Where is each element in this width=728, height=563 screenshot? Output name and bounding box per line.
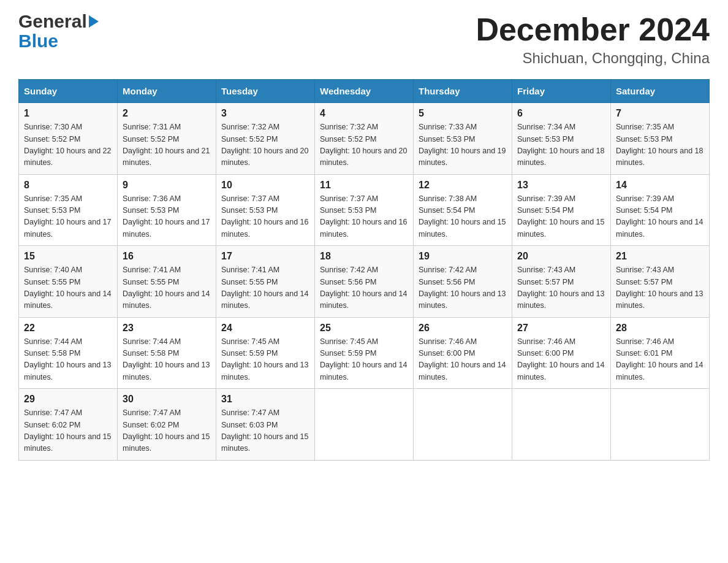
calendar-cell: 18Sunrise: 7:42 AMSunset: 5:56 PMDayligh… [315, 246, 414, 318]
day-info: Sunrise: 7:43 AMSunset: 5:57 PMDaylight:… [616, 264, 704, 312]
calendar-header-row: SundayMondayTuesdayWednesdayThursdayFrid… [19, 80, 710, 103]
logo: General Blue [18, 12, 99, 52]
day-number: 9 [123, 180, 211, 191]
calendar-cell: 23Sunrise: 7:44 AMSunset: 5:58 PMDayligh… [118, 317, 216, 389]
calendar-week-row: 8Sunrise: 7:35 AMSunset: 5:53 PMDaylight… [19, 174, 710, 246]
day-info: Sunrise: 7:41 AMSunset: 5:55 PMDaylight:… [123, 264, 211, 312]
calendar-cell: 17Sunrise: 7:41 AMSunset: 5:55 PMDayligh… [216, 246, 315, 318]
calendar-cell: 20Sunrise: 7:43 AMSunset: 5:57 PMDayligh… [512, 246, 611, 318]
day-info: Sunrise: 7:40 AMSunset: 5:55 PMDaylight:… [24, 264, 112, 312]
day-info: Sunrise: 7:46 AMSunset: 6:00 PMDaylight:… [419, 336, 507, 384]
day-number: 3 [221, 108, 309, 119]
calendar-table: SundayMondayTuesdayWednesdayThursdayFrid… [18, 79, 710, 461]
calendar-cell [315, 389, 414, 461]
day-number: 27 [517, 323, 605, 334]
day-info: Sunrise: 7:45 AMSunset: 5:59 PMDaylight:… [320, 336, 408, 384]
day-info: Sunrise: 7:46 AMSunset: 6:00 PMDaylight:… [517, 336, 605, 384]
day-number: 18 [320, 251, 408, 262]
calendar-cell: 19Sunrise: 7:42 AMSunset: 5:56 PMDayligh… [414, 246, 512, 318]
day-number: 26 [419, 323, 507, 334]
day-number: 7 [616, 108, 704, 119]
day-number: 28 [616, 323, 704, 334]
calendar-cell: 2Sunrise: 7:31 AMSunset: 5:52 PMDaylight… [118, 103, 216, 175]
day-info: Sunrise: 7:32 AMSunset: 5:52 PMDaylight:… [320, 121, 408, 169]
day-info: Sunrise: 7:44 AMSunset: 5:58 PMDaylight:… [123, 336, 211, 384]
calendar-cell: 3Sunrise: 7:32 AMSunset: 5:52 PMDaylight… [216, 103, 315, 175]
day-number: 13 [517, 180, 605, 191]
day-info: Sunrise: 7:47 AMSunset: 6:03 PMDaylight:… [221, 407, 309, 455]
day-info: Sunrise: 7:43 AMSunset: 5:57 PMDaylight:… [517, 264, 605, 312]
day-info: Sunrise: 7:32 AMSunset: 5:52 PMDaylight:… [221, 121, 309, 169]
calendar-cell: 24Sunrise: 7:45 AMSunset: 5:59 PMDayligh… [216, 317, 315, 389]
subtitle: Shichuan, Chongqing, China [476, 50, 710, 67]
calendar-week-row: 1Sunrise: 7:30 AMSunset: 5:52 PMDaylight… [19, 103, 710, 175]
day-number: 2 [123, 108, 211, 119]
calendar-cell: 31Sunrise: 7:47 AMSunset: 6:03 PMDayligh… [216, 389, 315, 461]
day-info: Sunrise: 7:35 AMSunset: 5:53 PMDaylight:… [24, 193, 112, 241]
day-info: Sunrise: 7:30 AMSunset: 5:52 PMDaylight:… [24, 121, 112, 169]
calendar-cell: 7Sunrise: 7:35 AMSunset: 5:53 PMDaylight… [611, 103, 710, 175]
day-number: 31 [221, 394, 309, 405]
day-info: Sunrise: 7:37 AMSunset: 5:53 PMDaylight:… [221, 193, 309, 241]
column-header-tuesday: Tuesday [216, 80, 315, 103]
day-info: Sunrise: 7:45 AMSunset: 5:59 PMDaylight:… [221, 336, 309, 384]
calendar-cell: 12Sunrise: 7:38 AMSunset: 5:54 PMDayligh… [414, 174, 512, 246]
calendar-cell: 11Sunrise: 7:37 AMSunset: 5:53 PMDayligh… [315, 174, 414, 246]
calendar-cell: 25Sunrise: 7:45 AMSunset: 5:59 PMDayligh… [315, 317, 414, 389]
calendar-cell: 8Sunrise: 7:35 AMSunset: 5:53 PMDaylight… [19, 174, 118, 246]
day-number: 30 [123, 394, 211, 405]
calendar-cell: 1Sunrise: 7:30 AMSunset: 5:52 PMDaylight… [19, 103, 118, 175]
column-header-wednesday: Wednesday [315, 80, 414, 103]
day-info: Sunrise: 7:47 AMSunset: 6:02 PMDaylight:… [123, 407, 211, 455]
page-header: General Blue December 2024 Shichuan, Cho… [18, 12, 710, 67]
calendar-cell: 28Sunrise: 7:46 AMSunset: 6:01 PMDayligh… [611, 317, 710, 389]
calendar-cell: 30Sunrise: 7:47 AMSunset: 6:02 PMDayligh… [118, 389, 216, 461]
day-info: Sunrise: 7:42 AMSunset: 5:56 PMDaylight:… [419, 264, 507, 312]
calendar-week-row: 29Sunrise: 7:47 AMSunset: 6:02 PMDayligh… [19, 389, 710, 461]
day-info: Sunrise: 7:36 AMSunset: 5:53 PMDaylight:… [123, 193, 211, 241]
day-number: 19 [419, 251, 507, 262]
logo-general-text: General [18, 12, 87, 31]
day-number: 1 [24, 108, 112, 119]
calendar-cell: 29Sunrise: 7:47 AMSunset: 6:02 PMDayligh… [19, 389, 118, 461]
day-info: Sunrise: 7:31 AMSunset: 5:52 PMDaylight:… [123, 121, 211, 169]
logo-blue-text: Blue [18, 31, 58, 51]
calendar-cell: 26Sunrise: 7:46 AMSunset: 6:00 PMDayligh… [414, 317, 512, 389]
day-number: 14 [616, 180, 704, 191]
day-number: 12 [419, 180, 507, 191]
day-number: 17 [221, 251, 309, 262]
calendar-cell [414, 389, 512, 461]
calendar-week-row: 15Sunrise: 7:40 AMSunset: 5:55 PMDayligh… [19, 246, 710, 318]
calendar-cell: 14Sunrise: 7:39 AMSunset: 5:54 PMDayligh… [611, 174, 710, 246]
day-info: Sunrise: 7:39 AMSunset: 5:54 PMDaylight:… [616, 193, 704, 241]
calendar-cell: 9Sunrise: 7:36 AMSunset: 5:53 PMDaylight… [118, 174, 216, 246]
column-header-thursday: Thursday [414, 80, 512, 103]
day-number: 6 [517, 108, 605, 119]
column-header-sunday: Sunday [19, 80, 118, 103]
calendar-week-row: 22Sunrise: 7:44 AMSunset: 5:58 PMDayligh… [19, 317, 710, 389]
day-number: 16 [123, 251, 211, 262]
day-info: Sunrise: 7:47 AMSunset: 6:02 PMDaylight:… [24, 407, 112, 455]
day-info: Sunrise: 7:33 AMSunset: 5:53 PMDaylight:… [419, 121, 507, 169]
calendar-cell: 4Sunrise: 7:32 AMSunset: 5:52 PMDaylight… [315, 103, 414, 175]
calendar-cell: 15Sunrise: 7:40 AMSunset: 5:55 PMDayligh… [19, 246, 118, 318]
day-number: 11 [320, 180, 408, 191]
day-number: 29 [24, 394, 112, 405]
day-number: 25 [320, 323, 408, 334]
day-number: 20 [517, 251, 605, 262]
day-number: 10 [221, 180, 309, 191]
main-title: December 2024 [476, 12, 710, 47]
calendar-cell: 21Sunrise: 7:43 AMSunset: 5:57 PMDayligh… [611, 246, 710, 318]
logo-arrow-icon [89, 15, 99, 28]
day-info: Sunrise: 7:41 AMSunset: 5:55 PMDaylight:… [221, 264, 309, 312]
day-info: Sunrise: 7:46 AMSunset: 6:01 PMDaylight:… [616, 336, 704, 384]
column-header-friday: Friday [512, 80, 611, 103]
calendar-cell: 16Sunrise: 7:41 AMSunset: 5:55 PMDayligh… [118, 246, 216, 318]
day-number: 24 [221, 323, 309, 334]
day-number: 8 [24, 180, 112, 191]
day-number: 22 [24, 323, 112, 334]
day-info: Sunrise: 7:39 AMSunset: 5:54 PMDaylight:… [517, 193, 605, 241]
day-info: Sunrise: 7:35 AMSunset: 5:53 PMDaylight:… [616, 121, 704, 169]
column-header-saturday: Saturday [611, 80, 710, 103]
calendar-cell: 10Sunrise: 7:37 AMSunset: 5:53 PMDayligh… [216, 174, 315, 246]
